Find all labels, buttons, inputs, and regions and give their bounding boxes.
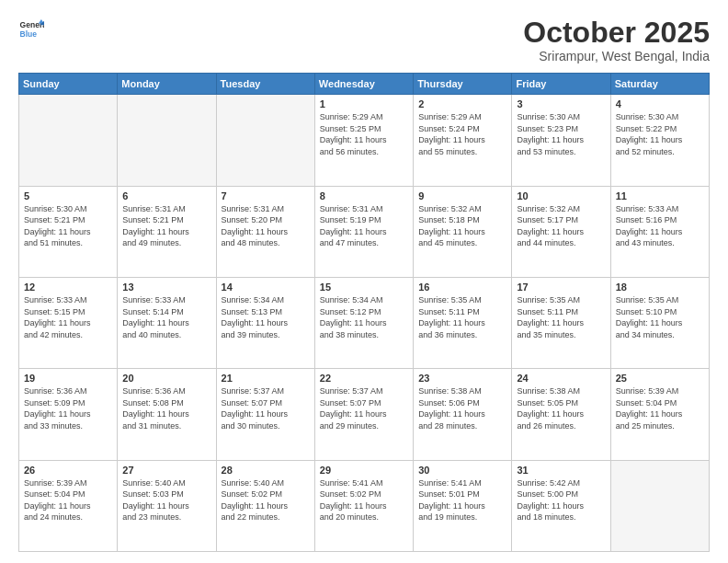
day-info: Sunrise: 5:33 AM Sunset: 5:15 PM Dayligh… <box>24 294 112 340</box>
month-title: October 2025 <box>523 17 710 49</box>
calendar-cell: 21Sunrise: 5:37 AM Sunset: 5:07 PM Dayli… <box>216 369 314 460</box>
calendar-cell: 16Sunrise: 5:35 AM Sunset: 5:11 PM Dayli… <box>414 277 512 368</box>
day-info: Sunrise: 5:31 AM Sunset: 5:21 PM Dayligh… <box>122 203 210 249</box>
calendar-cell: 12Sunrise: 5:33 AM Sunset: 5:15 PM Dayli… <box>19 277 118 368</box>
day-info: Sunrise: 5:30 AM Sunset: 5:23 PM Dayligh… <box>517 111 605 157</box>
calendar-cell: 4Sunrise: 5:30 AM Sunset: 5:22 PM Daylig… <box>610 95 709 186</box>
day-info: Sunrise: 5:39 AM Sunset: 5:04 PM Dayligh… <box>24 477 112 523</box>
calendar-cell: 28Sunrise: 5:40 AM Sunset: 5:02 PM Dayli… <box>216 460 314 551</box>
day-number: 30 <box>418 465 506 476</box>
calendar-table: SundayMondayTuesdayWednesdayThursdayFrid… <box>18 73 710 552</box>
calendar-cell: 23Sunrise: 5:38 AM Sunset: 5:06 PM Dayli… <box>414 369 512 460</box>
calendar-cell: 6Sunrise: 5:31 AM Sunset: 5:21 PM Daylig… <box>118 186 216 277</box>
day-number: 29 <box>320 465 408 476</box>
day-number: 11 <box>616 190 704 201</box>
day-info: Sunrise: 5:41 AM Sunset: 5:02 PM Dayligh… <box>320 477 408 523</box>
day-number: 21 <box>222 373 310 384</box>
day-number: 22 <box>320 373 408 384</box>
day-number: 31 <box>517 465 605 476</box>
day-number: 6 <box>122 190 210 201</box>
day-info: Sunrise: 5:33 AM Sunset: 5:14 PM Dayligh… <box>122 294 210 340</box>
calendar-cell: 10Sunrise: 5:32 AM Sunset: 5:17 PM Dayli… <box>512 186 610 277</box>
calendar-cell: 3Sunrise: 5:30 AM Sunset: 5:23 PM Daylig… <box>512 95 610 186</box>
day-number: 14 <box>222 282 310 293</box>
day-number: 23 <box>418 373 506 384</box>
weekday-header-wednesday: Wednesday <box>314 74 413 95</box>
day-info: Sunrise: 5:34 AM Sunset: 5:12 PM Dayligh… <box>320 294 408 340</box>
calendar-cell: 22Sunrise: 5:37 AM Sunset: 5:07 PM Dayli… <box>314 369 413 460</box>
calendar-cell: 11Sunrise: 5:33 AM Sunset: 5:16 PM Dayli… <box>610 186 709 277</box>
day-info: Sunrise: 5:39 AM Sunset: 5:04 PM Dayligh… <box>616 385 704 431</box>
calendar-cell: 26Sunrise: 5:39 AM Sunset: 5:04 PM Dayli… <box>19 460 118 551</box>
day-info: Sunrise: 5:40 AM Sunset: 5:03 PM Dayligh… <box>122 477 210 523</box>
calendar-cell: 30Sunrise: 5:41 AM Sunset: 5:01 PM Dayli… <box>414 460 512 551</box>
calendar-cell: 2Sunrise: 5:29 AM Sunset: 5:24 PM Daylig… <box>414 95 512 186</box>
logo: General Blue <box>18 17 44 42</box>
day-number: 5 <box>24 190 112 201</box>
calendar-week-5: 26Sunrise: 5:39 AM Sunset: 5:04 PM Dayli… <box>19 460 710 551</box>
day-number: 3 <box>517 98 605 109</box>
location-subtitle: Srirampur, West Bengal, India <box>523 49 710 63</box>
weekday-header-friday: Friday <box>512 74 610 95</box>
day-number: 20 <box>122 373 210 384</box>
day-number: 26 <box>24 465 112 476</box>
day-number: 16 <box>418 282 506 293</box>
day-info: Sunrise: 5:29 AM Sunset: 5:24 PM Dayligh… <box>418 111 506 157</box>
calendar-cell: 14Sunrise: 5:34 AM Sunset: 5:13 PM Dayli… <box>216 277 314 368</box>
svg-text:Blue: Blue <box>20 29 38 39</box>
day-info: Sunrise: 5:34 AM Sunset: 5:13 PM Dayligh… <box>222 294 310 340</box>
calendar-cell: 9Sunrise: 5:32 AM Sunset: 5:18 PM Daylig… <box>414 186 512 277</box>
day-number: 7 <box>222 190 310 201</box>
day-number: 12 <box>24 282 112 293</box>
day-number: 4 <box>616 98 704 109</box>
day-info: Sunrise: 5:35 AM Sunset: 5:11 PM Dayligh… <box>418 294 506 340</box>
weekday-header-saturday: Saturday <box>610 74 709 95</box>
day-number: 1 <box>320 98 408 109</box>
day-info: Sunrise: 5:35 AM Sunset: 5:10 PM Dayligh… <box>616 294 704 340</box>
title-block: October 2025 Srirampur, West Bengal, Ind… <box>523 17 710 63</box>
calendar-cell: 8Sunrise: 5:31 AM Sunset: 5:19 PM Daylig… <box>314 186 413 277</box>
day-number: 24 <box>517 373 605 384</box>
calendar-week-1: 1Sunrise: 5:29 AM Sunset: 5:25 PM Daylig… <box>19 95 710 186</box>
day-info: Sunrise: 5:33 AM Sunset: 5:16 PM Dayligh… <box>616 203 704 249</box>
day-number: 15 <box>320 282 408 293</box>
day-info: Sunrise: 5:32 AM Sunset: 5:17 PM Dayligh… <box>517 203 605 249</box>
day-number: 8 <box>320 190 408 201</box>
day-info: Sunrise: 5:36 AM Sunset: 5:08 PM Dayligh… <box>122 385 210 431</box>
day-info: Sunrise: 5:38 AM Sunset: 5:05 PM Dayligh… <box>517 385 605 431</box>
day-info: Sunrise: 5:42 AM Sunset: 5:00 PM Dayligh… <box>517 477 605 523</box>
day-info: Sunrise: 5:36 AM Sunset: 5:09 PM Dayligh… <box>24 385 112 431</box>
calendar-cell: 5Sunrise: 5:30 AM Sunset: 5:21 PM Daylig… <box>19 186 118 277</box>
day-info: Sunrise: 5:37 AM Sunset: 5:07 PM Dayligh… <box>320 385 408 431</box>
day-number: 17 <box>517 282 605 293</box>
calendar-cell: 25Sunrise: 5:39 AM Sunset: 5:04 PM Dayli… <box>610 369 709 460</box>
day-number: 10 <box>517 190 605 201</box>
day-number: 27 <box>122 465 210 476</box>
day-number: 28 <box>222 465 310 476</box>
calendar-cell: 15Sunrise: 5:34 AM Sunset: 5:12 PM Dayli… <box>314 277 413 368</box>
calendar-cell <box>610 460 709 551</box>
weekday-header-row: SundayMondayTuesdayWednesdayThursdayFrid… <box>19 74 710 95</box>
calendar-cell: 31Sunrise: 5:42 AM Sunset: 5:00 PM Dayli… <box>512 460 610 551</box>
day-number: 13 <box>122 282 210 293</box>
logo-icon: General Blue <box>18 17 44 42</box>
day-info: Sunrise: 5:30 AM Sunset: 5:22 PM Dayligh… <box>616 111 704 157</box>
day-info: Sunrise: 5:29 AM Sunset: 5:25 PM Dayligh… <box>320 111 408 157</box>
calendar-cell: 29Sunrise: 5:41 AM Sunset: 5:02 PM Dayli… <box>314 460 413 551</box>
calendar-cell: 1Sunrise: 5:29 AM Sunset: 5:25 PM Daylig… <box>314 95 413 186</box>
calendar-cell: 24Sunrise: 5:38 AM Sunset: 5:05 PM Dayli… <box>512 369 610 460</box>
weekday-header-tuesday: Tuesday <box>216 74 314 95</box>
day-number: 25 <box>616 373 704 384</box>
calendar-cell: 13Sunrise: 5:33 AM Sunset: 5:14 PM Dayli… <box>118 277 216 368</box>
calendar-week-4: 19Sunrise: 5:36 AM Sunset: 5:09 PM Dayli… <box>19 369 710 460</box>
calendar-week-2: 5Sunrise: 5:30 AM Sunset: 5:21 PM Daylig… <box>19 186 710 277</box>
weekday-header-thursday: Thursday <box>414 74 512 95</box>
day-info: Sunrise: 5:32 AM Sunset: 5:18 PM Dayligh… <box>418 203 506 249</box>
day-info: Sunrise: 5:37 AM Sunset: 5:07 PM Dayligh… <box>222 385 310 431</box>
calendar-cell: 18Sunrise: 5:35 AM Sunset: 5:10 PM Dayli… <box>610 277 709 368</box>
day-number: 18 <box>616 282 704 293</box>
calendar-cell: 7Sunrise: 5:31 AM Sunset: 5:20 PM Daylig… <box>216 186 314 277</box>
day-number: 2 <box>418 98 506 109</box>
day-info: Sunrise: 5:38 AM Sunset: 5:06 PM Dayligh… <box>418 385 506 431</box>
calendar-cell <box>118 95 216 186</box>
